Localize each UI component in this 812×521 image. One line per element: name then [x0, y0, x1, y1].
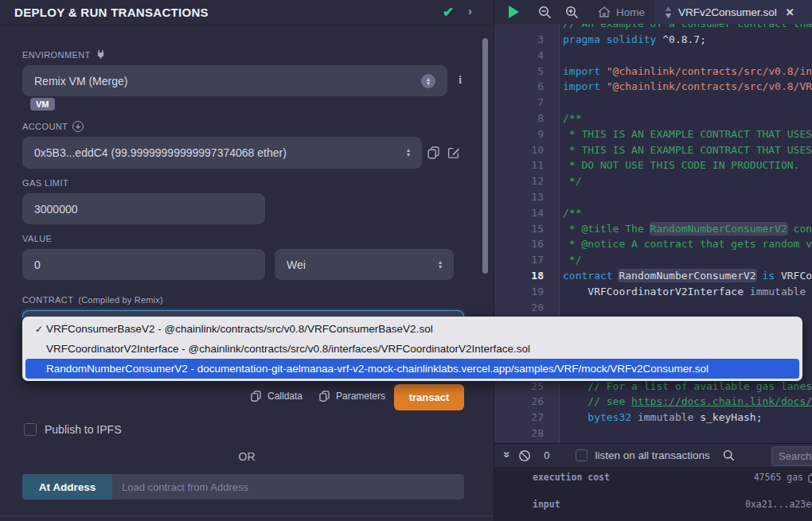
at-address-input[interactable] — [112, 474, 464, 500]
contract-option[interactable]: ✓VRFConsumerBaseV2 - @chainlink/contract… — [22, 319, 802, 339]
listen-all-transactions-checkbox[interactable] — [576, 449, 588, 461]
terminal-search-input[interactable] — [771, 446, 812, 466]
listen-all-transactions-label: listen on all transactions — [595, 449, 710, 461]
code-line[interactable]: 19 VRFCoordinatorV2Interface immutable C… — [494, 284, 812, 300]
copy-icon — [319, 391, 330, 402]
contract-option[interactable]: RandomNumberConsumerV2 - documentation-g… — [25, 359, 799, 379]
code-line[interactable]: 9 * THIS IS AN EXAMPLE CONTRACT THAT USE… — [494, 126, 812, 142]
line-number: 15 — [494, 221, 553, 237]
terminal-key: input — [533, 499, 560, 510]
code-line[interactable]: // An example of a consumer contract tha… — [494, 24, 812, 32]
panel-scrollbar-thumb[interactable] — [482, 38, 488, 274]
line-number: 3 — [494, 32, 553, 48]
contract-option-label: VRFConsumerBaseV2 - @chainlink/contracts… — [46, 323, 433, 335]
code-text: * @title The RandomNumberConsumerV2 cont… — [553, 221, 812, 237]
add-account-icon[interactable]: + — [72, 121, 84, 132]
line-number: 16 — [494, 236, 553, 252]
select-arrows-icon: ▴▾ — [407, 148, 410, 157]
panel-title: DEPLOY & RUN TRANSACTIONS — [14, 6, 209, 19]
contract-option-label: VRFCoordinatorV2Interface - @chainlink/c… — [46, 343, 530, 355]
terminal-value: 0xa21...a23e4 — [745, 499, 812, 510]
publish-to-ipfs-label: Publish to IPFS — [45, 423, 122, 436]
line-number: 10 — [494, 142, 553, 158]
line-number: 12 — [494, 173, 553, 189]
account-select[interactable]: 0x5B3...eddC4 (99.99999999999997374068 e… — [22, 137, 422, 169]
code-line[interactable]: 13 — [494, 189, 812, 205]
code-line[interactable]: 12 */ — [494, 173, 812, 189]
code-line[interactable]: 15 * @title The RandomNumberConsumerV2 c… — [494, 221, 812, 237]
contract-option[interactable]: VRFCoordinatorV2Interface - @chainlink/c… — [22, 339, 802, 359]
copy-icon[interactable] — [808, 472, 812, 483]
account-label: ACCOUNT + — [22, 121, 84, 132]
code-text — [553, 95, 563, 111]
line-number: 9 — [494, 126, 553, 142]
line-number: 28 — [494, 426, 553, 441]
solidity-file-icon — [664, 6, 673, 18]
terminal-key: execution cost — [533, 472, 610, 483]
code-line[interactable]: 5import "@chainlink/contracts/src/v0.8/i… — [494, 64, 812, 80]
edit-account-icon[interactable] — [447, 146, 460, 159]
gas-limit-input[interactable]: 3000000 — [22, 193, 265, 224]
value-unit: Wei — [287, 259, 306, 271]
close-tab-icon[interactable]: ✕ — [786, 6, 794, 18]
code-line[interactable]: 18contract RandomNumberConsumerV2 is VRF… — [494, 268, 812, 284]
code-text: // An example of a consumer contract tha… — [553, 24, 812, 32]
publish-to-ipfs-checkbox[interactable] — [24, 423, 37, 436]
clear-console-icon[interactable] — [518, 449, 531, 462]
code-line[interactable]: 6import "@chainlink/contracts/src/v0.8/V… — [494, 79, 812, 95]
copy-icon — [251, 391, 261, 402]
transact-button[interactable]: transact — [394, 384, 464, 410]
panel-header: DEPLOY & RUN TRANSACTIONS ✔ › — [0, 0, 494, 25]
code-text: // see https://docs.chain.link/docs/vrf-… — [553, 394, 812, 410]
copy-account-icon[interactable] — [427, 146, 439, 159]
code-line[interactable]: 26 // see https://docs.chain.link/docs/v… — [494, 394, 812, 410]
tab-vrfv2consumer[interactable]: VRFv2Consumer.sol ✕ — [654, 0, 812, 24]
code-text: VRFCoordinatorV2Interface immutable COOR… — [553, 284, 812, 300]
code-line[interactable]: 3pragma solidity ^0.8.7; — [494, 32, 812, 48]
expand-terminal-icon[interactable]: « — [498, 453, 512, 457]
environment-info-icon[interactable]: i — [459, 73, 462, 87]
code-line[interactable]: 16 * @notice A contract that gets random… — [494, 236, 812, 252]
publish-to-ipfs-row: Publish to IPFS — [24, 423, 122, 436]
value-unit-select[interactable]: Wei ▴▾ — [275, 249, 454, 280]
line-number: 6 — [494, 79, 553, 95]
code-line[interactable]: 11 * DO NOT USE THIS CODE IN PRODUCTION. — [494, 157, 812, 173]
code-text: bytes32 immutable s_keyHash; — [553, 410, 762, 426]
contract-dropdown-list: ✓VRFConsumerBaseV2 - @chainlink/contract… — [22, 317, 802, 381]
line-number: 5 — [494, 64, 553, 80]
code-line[interactable]: 14/** — [494, 205, 812, 221]
line-number: 7 — [494, 95, 553, 111]
calldata-label: Calldata — [267, 391, 303, 402]
code-line[interactable]: 8/** — [494, 111, 812, 126]
code-line[interactable]: 28 — [494, 426, 812, 441]
environment-label: ENVIRONMENT — [22, 49, 106, 60]
terminal-toolbar: « 0 listen on all transactions — [494, 443, 812, 467]
terminal-detail-row: input0xa21...a23e4 — [494, 499, 812, 511]
zoom-in-icon[interactable] — [565, 6, 579, 19]
environment-select[interactable]: Remix VM (Merge) ▴▾ — [22, 65, 447, 96]
at-address-button[interactable]: At Address — [22, 474, 112, 500]
run-script-play-icon[interactable] — [509, 6, 519, 18]
line-number — [494, 24, 553, 32]
line-number: 18 — [494, 268, 553, 284]
compile-success-check-icon: ✔ — [443, 4, 454, 21]
tab-home[interactable]: Home — [588, 0, 654, 24]
code-line[interactable]: 27 bytes32 immutable s_keyHash; — [494, 410, 812, 426]
collapse-panel-chevron-icon[interactable]: › — [468, 5, 472, 17]
or-divider-label: OR — [0, 450, 494, 463]
code-text: */ — [553, 173, 581, 189]
home-icon — [598, 6, 611, 17]
code-text: import "@chainlink/contracts/src/v0.8/in… — [553, 64, 812, 80]
copy-calldata-button[interactable]: Calldata — [251, 391, 303, 402]
value-input[interactable]: 0 — [22, 249, 265, 280]
code-text — [553, 48, 563, 64]
line-number: 13 — [494, 189, 553, 205]
code-line[interactable]: 7 — [494, 95, 812, 111]
contract-label: CONTRACT (Compiled by Remix) — [22, 295, 163, 305]
code-line[interactable]: 20 — [494, 300, 812, 316]
copy-parameters-button[interactable]: Parameters — [319, 391, 385, 402]
code-line[interactable]: 10 * THIS IS AN EXAMPLE CONTRACT THAT US… — [494, 142, 812, 158]
zoom-out-icon[interactable] — [538, 6, 552, 19]
code-line[interactable]: 17 */ — [494, 252, 812, 268]
code-line[interactable]: 4 — [494, 48, 812, 64]
